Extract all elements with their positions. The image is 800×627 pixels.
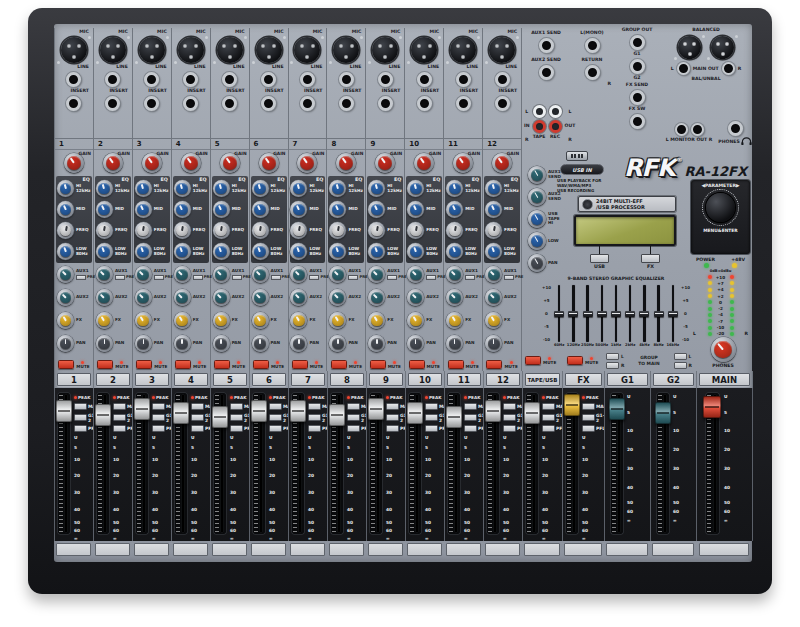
- channel-1-fader-main-button[interactable]: [74, 403, 87, 410]
- channel-4-eq-mid-knob[interactable]: [174, 201, 191, 218]
- channel-12-eq-mid-knob[interactable]: [485, 201, 502, 218]
- channel-8-mute-button[interactable]: [331, 360, 347, 369]
- channel-2-aux1-pre-button[interactable]: [115, 275, 125, 280]
- channel-12-fader-pfl-button[interactable]: [503, 425, 516, 432]
- channel-9-gain-knob[interactable]: [375, 153, 395, 173]
- channel-9-fader[interactable]: [368, 398, 384, 420]
- channel-10-eq-low-knob[interactable]: [407, 243, 424, 260]
- channel-9-fx-knob[interactable]: [368, 312, 385, 329]
- channel-8-eq-mid-knob[interactable]: [329, 201, 346, 218]
- channel-8-fx-knob[interactable]: [329, 312, 346, 329]
- channel-10-pan-knob[interactable]: [407, 335, 424, 352]
- geq-slider-60hz[interactable]: [554, 311, 564, 317]
- channel-9-eq-hi-knob[interactable]: [368, 180, 385, 197]
- channel-12-fader-main-button[interactable]: [503, 403, 516, 410]
- channel-4-eq-low-knob[interactable]: [174, 243, 191, 260]
- fx-fader-pfl-button[interactable]: [582, 425, 595, 432]
- geq-slider-1khz[interactable]: [611, 311, 621, 317]
- tape-usb-fader[interactable]: [524, 402, 540, 424]
- tape-usb-fader-g1-2-button[interactable]: [542, 414, 555, 421]
- channel-1-eq-hi-knob[interactable]: [57, 180, 74, 197]
- channel-12-aux2-knob[interactable]: [485, 289, 502, 306]
- geq-slider-250hz[interactable]: [583, 311, 593, 317]
- channel-1-pan-knob[interactable]: [57, 335, 74, 352]
- channel-11-aux2-knob[interactable]: [446, 289, 463, 306]
- channel-3-fx-knob[interactable]: [135, 312, 152, 329]
- group-g2-to-main-l-button[interactable]: [674, 353, 687, 360]
- channel-1-eq-mid-knob[interactable]: [57, 201, 74, 218]
- channel-12-fader[interactable]: [485, 400, 501, 422]
- channel-8-fader-pfl-button[interactable]: [347, 425, 360, 432]
- channel-9-eq-mid-knob[interactable]: [368, 201, 385, 218]
- channel-2-eq-mid-knob[interactable]: [96, 201, 113, 218]
- fx-fader-g1-2-button[interactable]: [582, 414, 595, 421]
- channel-5-fader[interactable]: [212, 406, 228, 428]
- channel-7-aux1-pre-button[interactable]: [309, 275, 319, 280]
- channel-4-pan-knob[interactable]: [174, 335, 191, 352]
- channel-2-fader-pfl-button[interactable]: [113, 425, 126, 432]
- geq-slider-500hz[interactable]: [597, 311, 607, 317]
- channel-1-aux1-knob[interactable]: [57, 266, 74, 283]
- tape-usb-fader-pfl-button[interactable]: [542, 425, 555, 432]
- channel-3-aux1-pre-button[interactable]: [154, 275, 164, 280]
- channel-6-eq-freq-knob[interactable]: [252, 222, 269, 239]
- channel-6-eq-mid-knob[interactable]: [252, 201, 269, 218]
- channel-9-aux1-knob[interactable]: [368, 266, 385, 283]
- fx-mode-button[interactable]: [641, 254, 660, 263]
- channel-3-eq-mid-knob[interactable]: [135, 201, 152, 218]
- channel-3-aux1-knob[interactable]: [135, 266, 152, 283]
- group-g1-to-main-r-button[interactable]: [606, 362, 619, 369]
- channel-11-eq-freq-knob[interactable]: [446, 222, 463, 239]
- channel-6-aux2-knob[interactable]: [252, 289, 269, 306]
- geq-slider-120hz[interactable]: [568, 311, 578, 317]
- channel-8-eq-freq-knob[interactable]: [329, 222, 346, 239]
- channel-8-eq-low-knob[interactable]: [329, 243, 346, 260]
- channel-8-eq-hi-knob[interactable]: [329, 180, 346, 197]
- channel-1-mute-button[interactable]: [58, 360, 74, 369]
- geq-slider-8khz[interactable]: [654, 311, 664, 317]
- channel-7-gain-knob[interactable]: [297, 153, 317, 173]
- channel-6-fader-main-button[interactable]: [269, 403, 282, 410]
- usb-port[interactable]: [566, 151, 588, 161]
- channel-7-aux1-knob[interactable]: [290, 266, 307, 283]
- channel-10-fader[interactable]: [407, 402, 423, 424]
- channel-4-eq-hi-knob[interactable]: [174, 180, 191, 197]
- geq-slider-16khz[interactable]: [668, 311, 678, 317]
- channel-5-eq-mid-knob[interactable]: [213, 201, 230, 218]
- channel-4-fader-g1-2-button[interactable]: [191, 414, 204, 421]
- geq-slider-4khz[interactable]: [639, 311, 649, 317]
- channel-4-fader-pfl-button[interactable]: [191, 425, 204, 432]
- channel-5-aux2-knob[interactable]: [213, 289, 230, 306]
- parameter-knob[interactable]: [706, 193, 735, 222]
- channel-11-fader-g1-2-button[interactable]: [464, 414, 477, 421]
- fx-fader-main-button[interactable]: [582, 403, 595, 410]
- channel-6-pan-knob[interactable]: [252, 335, 269, 352]
- channel-7-eq-freq-knob[interactable]: [290, 222, 307, 239]
- channel-9-aux1-pre-button[interactable]: [387, 275, 397, 280]
- channel-12-fader-g1-2-button[interactable]: [503, 414, 516, 421]
- tape-usb-low-knob[interactable]: [528, 232, 546, 250]
- channel-10-aux2-knob[interactable]: [407, 289, 424, 306]
- channel-7-mute-button[interactable]: [292, 360, 308, 369]
- channel-11-mute-button[interactable]: [448, 360, 464, 369]
- channel-8-aux1-knob[interactable]: [329, 266, 346, 283]
- channel-4-fader[interactable]: [173, 402, 189, 424]
- channel-2-aux2-knob[interactable]: [96, 289, 113, 306]
- channel-2-mute-button[interactable]: [97, 360, 113, 369]
- channel-12-gain-knob[interactable]: [492, 153, 512, 173]
- channel-6-aux1-pre-button[interactable]: [271, 275, 281, 280]
- channel-9-mute-button[interactable]: [370, 360, 386, 369]
- channel-1-fader-pfl-button[interactable]: [74, 425, 87, 432]
- channel-11-gain-knob[interactable]: [453, 153, 473, 173]
- channel-8-fader-g1-2-button[interactable]: [347, 414, 360, 421]
- channel-2-fader-main-button[interactable]: [113, 403, 126, 410]
- channel-11-aux1-pre-button[interactable]: [465, 275, 475, 280]
- fx-mute-button[interactable]: [567, 356, 583, 365]
- channel-3-pan-knob[interactable]: [135, 335, 152, 352]
- channel-10-fader-main-button[interactable]: [425, 403, 438, 410]
- channel-8-fader[interactable]: [329, 404, 345, 426]
- phones-level-knob[interactable]: [711, 337, 736, 362]
- channel-7-fader-pfl-button[interactable]: [308, 425, 321, 432]
- channel-6-fader-pfl-button[interactable]: [269, 425, 282, 432]
- channel-1-gain-knob[interactable]: [64, 153, 84, 173]
